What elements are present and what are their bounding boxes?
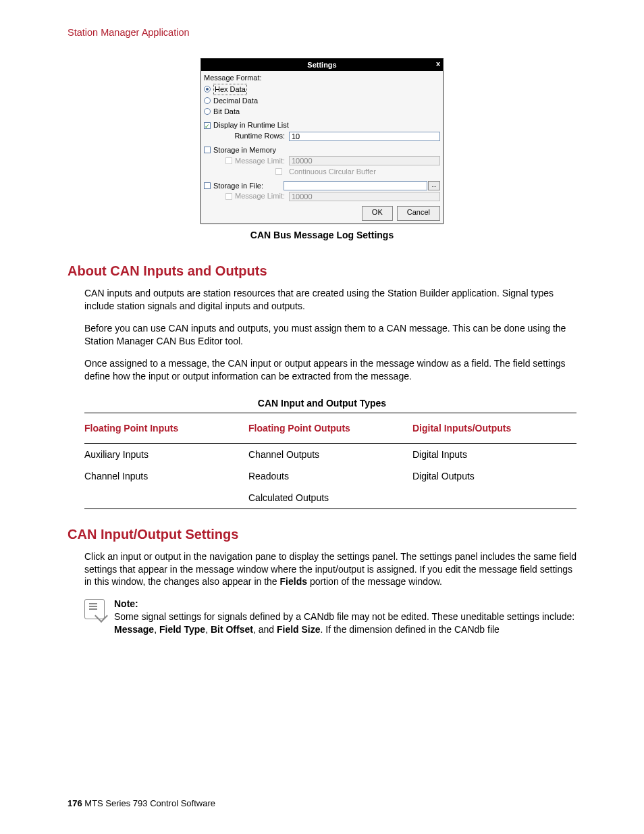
display-runtime-label: Display in Runtime List (213, 120, 289, 130)
figure-caption: CAN Bus Message Log Settings (68, 230, 576, 240)
decimal-data-radio[interactable] (204, 97, 211, 104)
table-header-cell: Digital Inputs/Outputs (412, 423, 576, 434)
storage-file-path-input[interactable] (284, 181, 427, 190)
bit-data-radio[interactable] (204, 108, 211, 115)
close-icon[interactable]: x (436, 59, 440, 69)
table-cell: Channel Inputs (84, 471, 248, 481)
body-paragraph: Before you can use CAN inputs and output… (84, 322, 576, 348)
table-cell: Digital Inputs (412, 449, 576, 460)
table-cell: Auxiliary Inputs (84, 449, 248, 460)
note-label: Note: (114, 598, 576, 610)
section-heading-settings: CAN Input/Output Settings (68, 527, 576, 542)
decimal-data-label: Decimal Data (213, 96, 258, 106)
body-paragraph: Click an input or output in the navigati… (84, 550, 576, 589)
storage-file-label: Storage in File: (213, 181, 267, 191)
browse-button[interactable]: ... (428, 181, 440, 190)
settings-dialog: Settings x Message Format: Hex Data Deci… (200, 58, 444, 224)
memory-message-limit-input (289, 156, 440, 165)
dialog-titlebar: Settings x (201, 59, 443, 71)
runtime-rows-label: Runtime Rows: (204, 131, 289, 141)
page-number: 176 (68, 798, 82, 808)
hex-data-label: Hex Data (213, 84, 247, 95)
table-header-cell: Floating Point Outputs (248, 423, 412, 434)
dialog-title: Settings (307, 60, 336, 70)
file-message-limit-label: Message Limit: (235, 191, 285, 201)
memory-message-limit-label: Message Limit: (235, 156, 285, 166)
section-heading-about: About CAN Inputs and Outputs (68, 263, 576, 279)
storage-memory-label: Storage in Memory (213, 145, 276, 155)
memory-message-limit-checkbox (225, 157, 232, 164)
page-footer: 176 MTS Series 793 Control Software (68, 798, 215, 808)
table-cell: Channel Outputs (248, 449, 412, 460)
storage-memory-checkbox[interactable] (204, 147, 211, 153)
table-cell: Digital Outputs (412, 471, 576, 481)
circular-buffer-label: Continuous Circular Buffer (289, 167, 376, 177)
table-cell: Calculated Outputs (248, 492, 412, 503)
table-cell: Readouts (248, 471, 412, 481)
note-icon (84, 599, 105, 619)
runtime-rows-input[interactable] (289, 132, 440, 141)
page-header: Station Manager Application (68, 27, 576, 38)
ok-button[interactable]: OK (362, 206, 393, 221)
message-format-label: Message Format: (204, 73, 285, 83)
table-cell (84, 492, 248, 503)
table-cell (412, 492, 576, 503)
bit-data-label: Bit Data (213, 107, 240, 117)
io-types-table: Floating Point Inputs Floating Point Out… (84, 413, 576, 509)
display-runtime-checkbox[interactable] (204, 122, 211, 129)
body-paragraph: Once assigned to a message, the CAN inpu… (84, 357, 576, 383)
note-text: Note: Some signal settings for signals d… (114, 598, 576, 636)
cancel-button[interactable]: Cancel (397, 206, 440, 221)
table-header-cell: Floating Point Inputs (84, 423, 248, 434)
body-paragraph: CAN inputs and outputs are station resou… (84, 287, 576, 313)
circular-buffer-checkbox (275, 168, 282, 175)
file-message-limit-checkbox (225, 193, 232, 200)
file-message-limit-input (289, 192, 440, 201)
table-caption: CAN Input and Output Types (68, 398, 576, 409)
hex-data-radio[interactable] (204, 86, 211, 93)
storage-file-checkbox[interactable] (204, 182, 211, 189)
footer-text: MTS Series 793 Control Software (82, 798, 215, 808)
